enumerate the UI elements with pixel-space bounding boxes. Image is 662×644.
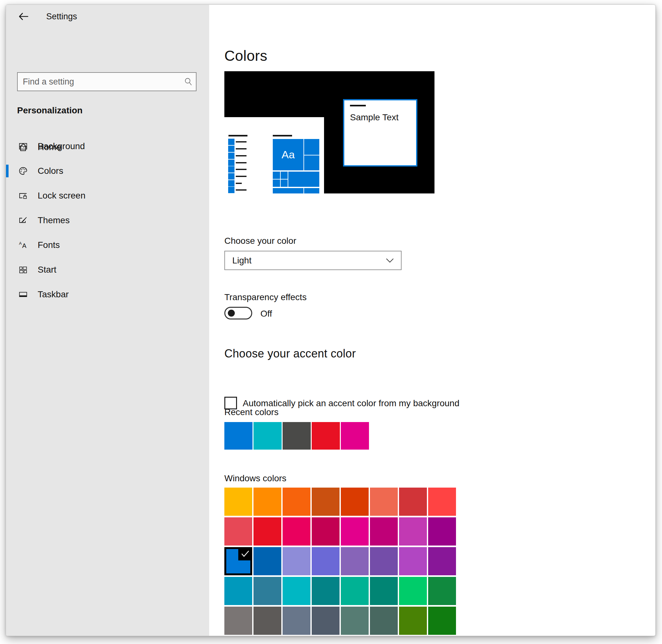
windows-color-swatch[interactable]: [224, 547, 252, 575]
windows-color-swatch[interactable]: [341, 518, 369, 546]
preview-list-tile: [228, 187, 235, 193]
preview-list-text: [236, 183, 242, 184]
sidebar-item-label: Start: [38, 265, 56, 275]
windows-color-swatch[interactable]: [399, 547, 427, 575]
recent-color-swatch[interactable]: [312, 422, 340, 450]
windows-color-swatch[interactable]: [254, 547, 281, 575]
preview-tile: [304, 139, 319, 155]
preview-tile: [281, 171, 288, 179]
sidebar-item-background[interactable]: Background: [6, 134, 209, 159]
preview-list-text: [236, 169, 246, 170]
sample-window-titlebar: [350, 105, 366, 107]
sidebar-item-taskbar[interactable]: Taskbar: [6, 282, 209, 307]
checkmark-icon: [238, 547, 252, 560]
windows-color-swatch[interactable]: [254, 488, 281, 516]
windows-color-swatch[interactable]: [428, 577, 456, 605]
recent-color-swatch[interactable]: [283, 422, 311, 450]
windows-color-swatch[interactable]: [254, 607, 281, 635]
section-label: Personalization: [17, 106, 82, 116]
windows-color-swatch[interactable]: [312, 547, 339, 575]
preview-list-text: [236, 162, 246, 163]
windows-color-swatch[interactable]: [283, 518, 310, 546]
windows-color-swatch[interactable]: [428, 518, 456, 546]
preview-tile-aa: Aa: [273, 139, 304, 170]
dropdown-value: Light: [232, 255, 252, 266]
app-title: Settings: [46, 12, 77, 21]
preview-tile: [273, 180, 280, 187]
preview-list-tile: [228, 166, 235, 172]
sidebar-item-fonts[interactable]: A A Fonts: [6, 233, 209, 257]
windows-color-swatch[interactable]: [399, 607, 427, 635]
sidebar-item-colors[interactable]: Colors: [6, 159, 209, 183]
sidebar-item-label: Themes: [38, 215, 70, 225]
windows-color-swatch[interactable]: [428, 547, 456, 575]
arrow-left-icon: [18, 12, 29, 21]
windows-color-swatch[interactable]: [341, 577, 369, 605]
windows-color-swatch[interactable]: [370, 518, 398, 546]
windows-color-swatch[interactable]: [341, 488, 369, 516]
sidebar-item-themes[interactable]: Themes: [6, 208, 209, 233]
sidebar-item-label: Taskbar: [38, 290, 69, 300]
preview-list-tile: [228, 180, 235, 186]
windows-color-swatch[interactable]: [254, 518, 281, 546]
chevron-down-icon: [386, 258, 394, 263]
theme-preview: Aa Sample Text: [224, 71, 434, 193]
windows-color-swatch[interactable]: [283, 488, 310, 516]
recent-color-swatch[interactable]: [341, 422, 369, 450]
recent-color-swatch[interactable]: [254, 422, 282, 450]
windows-color-swatch[interactable]: [428, 488, 456, 516]
windows-color-swatch[interactable]: [370, 488, 398, 516]
preview-app-list: [228, 71, 266, 193]
screenshot-root: Settings Home Personalizati: [0, 0, 662, 644]
settings-window: Settings Home Personalizati: [6, 4, 656, 636]
windows-colors-label: Windows colors: [224, 473, 286, 483]
windows-color-swatch[interactable]: [312, 577, 339, 605]
windows-color-swatch[interactable]: [254, 577, 281, 605]
choose-color-label: Choose your color: [224, 236, 296, 246]
windows-color-swatch[interactable]: [399, 577, 427, 605]
windows-color-swatch[interactable]: [224, 488, 252, 516]
recent-colors-label: Recent colors: [224, 407, 279, 417]
lock-screen-icon: [18, 191, 28, 201]
windows-color-swatch[interactable]: [428, 607, 456, 635]
sidebar-item-label: Background: [38, 141, 85, 151]
windows-color-swatch[interactable]: [370, 577, 398, 605]
sidebar-item-start[interactable]: Start: [6, 257, 209, 282]
windows-color-swatch[interactable]: [341, 607, 369, 635]
windows-color-swatch[interactable]: [312, 518, 339, 546]
color-mode-dropdown[interactable]: Light: [224, 251, 402, 270]
sidebar-item-lock-screen[interactable]: Lock screen: [6, 183, 209, 208]
search-icon[interactable]: [184, 77, 193, 86]
windows-color-swatch[interactable]: [399, 488, 427, 516]
preview-tile: [281, 180, 288, 187]
toggle-knob: [228, 309, 235, 317]
windows-color-swatch[interactable]: [224, 577, 252, 605]
sidebar: Settings Home Personalizati: [6, 5, 209, 636]
sidebar-item-label: Fonts: [38, 240, 60, 250]
back-button[interactable]: [18, 12, 29, 21]
preview-list-text: [236, 176, 246, 177]
windows-color-swatch[interactable]: [312, 607, 339, 635]
recent-color-swatch[interactable]: [224, 422, 253, 450]
preview-tile: [273, 188, 304, 193]
preview-list-text: [236, 148, 246, 150]
windows-color-swatch[interactable]: [283, 577, 310, 605]
svg-text:A: A: [19, 241, 22, 246]
sample-text: Sample Text: [350, 112, 399, 122]
preview-list-text: [236, 141, 246, 142]
windows-color-swatch[interactable]: [341, 547, 369, 575]
windows-color-swatch[interactable]: [283, 607, 310, 635]
transparency-toggle[interactable]: [224, 307, 252, 320]
windows-color-swatch[interactable]: [224, 518, 252, 546]
sidebar-item-label: Colors: [38, 166, 63, 176]
windows-color-swatch[interactable]: [283, 547, 310, 575]
windows-color-swatch[interactable]: [370, 607, 398, 635]
search-input[interactable]: [17, 72, 196, 91]
page-title: Colors: [224, 47, 267, 64]
preview-tile: [304, 156, 319, 170]
preview-list-tile: [228, 173, 235, 180]
windows-color-swatch[interactable]: [399, 518, 427, 546]
windows-color-swatch[interactable]: [312, 488, 339, 516]
windows-color-swatch[interactable]: [370, 547, 398, 575]
windows-color-swatch[interactable]: [224, 607, 252, 635]
